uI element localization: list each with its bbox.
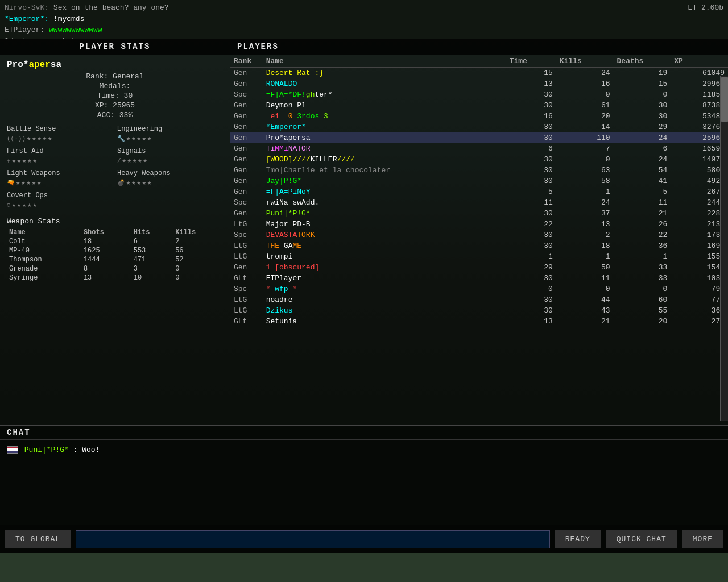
player-xp: XP: 25965 [7,101,223,110]
players-scrollbar[interactable] [720,76,728,421]
weapon-row: Syringe13100 [7,273,223,282]
chat-sender-1: Nirvo-SvK: [5,3,49,12]
player-row[interactable]: GLt ETPlayer 30 11 33 1038 [230,273,728,284]
more-button[interactable]: MORE [682,530,723,548]
chat-sender-2: *Emperor*: [5,15,49,23]
player-row[interactable]: GLt Setunia 13 21 20 272 [230,316,728,327]
chat-sender-3: ETPlayer: [5,26,44,34]
col-header-deaths: Deaths [614,55,671,68]
player-stats-panel: PLAYER STATS Pro*apersa Rank: General Me… [0,39,230,425]
weapon-row: Grenade830 [7,264,223,273]
chat-line-1: Nirvo-SvK: Sex on the beach? any one? [5,2,723,14]
player-row[interactable]: Spc DEVASTATORK 30 2 22 1739 [230,230,728,240]
player-row[interactable]: Gen =ei= 0 3rdos 3 16 20 30 53489 [230,111,728,122]
et-version: ET 2.60b [688,2,723,14]
chat-name-1: Puni|*P!G* [24,446,69,454]
player-name: Pro*apersa [7,60,223,70]
player-row[interactable]: LtG Dzikus 30 43 55 368 [230,305,728,316]
players-table-header: Rank Name Time Kills Deaths XP [230,55,728,68]
skill-signals: Signals / ★ ★ ★ ★ ★ [117,147,223,165]
skill-covert-ops: Covert Ops ⊕ ★ ★ ★ ★ ★ [7,192,113,209]
quick-chat-button[interactable]: QUICK CHAT [606,530,677,548]
skills-grid: Battle Sense ((·)) ★ ★ ★ ★ ★ Engineering… [7,125,223,209]
weapon-col-hits: Hits [131,228,173,237]
weapon-row: Colt1862 [7,237,223,246]
skill-light-weapons: Light Weapons 🔫 ★ ★ ★ ★ ★ [7,169,113,187]
player-medals: Medals: [7,82,223,90]
weapon-stats-title: Weapon Stats [7,217,223,226]
player-row[interactable]: Spc * wfp * 0 0 0 793 [230,284,728,294]
col-header-time: Time [506,55,556,68]
player-row[interactable]: LtG Major PD-B 22 13 26 2138 [230,219,728,230]
scroll-thumb[interactable] [721,77,728,122]
player-row[interactable]: Spc =F|A=*DF!ghter* 30 0 0 11858 [230,89,728,100]
col-header-name: Name [263,55,506,68]
skill-heavy-weapons: Heavy Weapons 💣 ★ ★ ★ ★ ★ [117,169,223,187]
chat-line-2: *Emperor*: !mycmds [5,14,723,25]
player-row[interactable]: Gen Deymon Pl 30 61 30 87383 [230,100,728,111]
chat-line-3: ETPlayer: wwwwwwwwwwww [5,24,723,36]
player-row[interactable]: Gen 1 [obscured] 29 50 33 1541 [230,262,728,273]
skill-engineering: Engineering 🔧 ★ ★ ★ ★ ★ [117,125,223,143]
player-row[interactable]: Gen [WOOD]////KILLER//// 30 0 24 14973 [230,154,728,165]
player-row[interactable]: Gen Pro*apersa 30 110 24 25965 [230,132,728,143]
chat-title: CHAT [0,426,728,440]
skill-first-aid: First Aid ✚ ★ ★ ★ ★ ★ [7,147,113,165]
player-row[interactable]: Gen TiMMiNATOR 6 7 6 16592 [230,143,728,154]
weapon-row: Thompson144447152 [7,255,223,264]
weapon-row: MP-40162555356 [7,246,223,255]
player-acc: ACC: 33% [7,111,223,119]
player-rank: Rank: General [7,72,223,81]
bottom-bar: TO GLOBAL READY QUICK CHAT MORE [0,525,728,553]
players-panel: PLAYERS Rank Name Time Kills Deaths XP G… [230,39,728,425]
chat-text-1: : Woo! [73,446,100,454]
player-row[interactable]: Spc rwiNa swAdd. 11 24 11 2446 [230,197,728,208]
players-table: Rank Name Time Kills Deaths XP Gen Deser… [230,55,728,327]
player-row[interactable]: Gen =F|A=PiNoY 5 1 5 2671 [230,186,728,197]
to-global-button[interactable]: TO GLOBAL [5,530,71,548]
player-row[interactable]: Gen *Emperor* 30 14 29 32766 [230,122,728,132]
player-row[interactable]: Gen RONALDO 13 16 15 29969 [230,78,728,89]
player-stats-title: PLAYER STATS [0,39,230,55]
player-row[interactable]: Gen Jay|P!G* 30 58 41 4929 [230,176,728,186]
weapon-stats-section: Weapon Stats Name Shots Hits Kills Colt1… [7,217,223,282]
col-header-xp: XP [671,55,728,68]
chat-content: Puni|*P!G* : Woo! [0,440,728,508]
player-row[interactable]: Gen Desert Rat :} 15 24 19 61049 [230,68,728,79]
weapon-col-name: Name [7,228,81,237]
weapon-col-kills: Kills [173,228,223,237]
weapon-table: Name Shots Hits Kills Colt1862MP-4016255… [7,228,223,282]
chat-panel: CHAT Puni|*P!G* : Woo! [0,425,728,525]
chat-message-1: Puni|*P!G* : Woo! [7,446,721,454]
col-header-rank: Rank [230,55,263,68]
chat-input[interactable] [76,530,550,548]
chat-flag-1 [7,446,18,454]
skill-battle-sense: Battle Sense ((·)) ★ ★ ★ ★ ★ [7,125,113,143]
ready-button[interactable]: READY [555,530,601,548]
col-header-kills: Kills [556,55,614,68]
player-row[interactable]: LtG trompi 1 1 1 1555 [230,251,728,262]
player-row[interactable]: Gen Tmo|Charlie et la chocolater 30 63 5… [230,165,728,176]
weapon-col-shots: Shots [81,228,131,237]
player-row[interactable]: LtG noadre 30 44 60 773 [230,294,728,305]
player-row[interactable]: LtG THE GAME 30 18 36 1698 [230,240,728,251]
player-time: Time: 30 [7,92,223,100]
player-row[interactable]: Gen Puni|*P!G* 30 37 21 2287 [230,208,728,219]
players-panel-title: PLAYERS [230,39,728,55]
top-chat-bar: Nirvo-SvK: Sex on the beach? any one? *E… [0,0,728,39]
